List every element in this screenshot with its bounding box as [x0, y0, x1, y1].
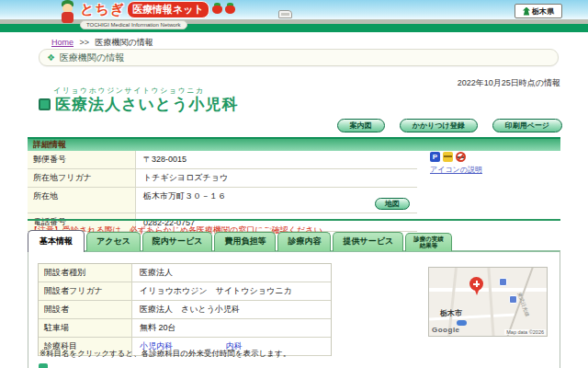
map-thumbnail[interactable]: 東武日光線 栃木市 Google Map data ©2026: [428, 267, 548, 337]
print-page-button[interactable]: 印刷用ページ: [492, 119, 562, 132]
route-shield-icon: [509, 295, 517, 304]
tab-costs[interactable]: 費用負担等: [214, 232, 276, 251]
site-subtitle: TOCHIGI Medical Information Network: [80, 20, 187, 29]
tab-results-line2: 結果等: [413, 242, 444, 248]
guide-map-button[interactable]: 案内図: [337, 119, 385, 132]
footnote: ※科目名をクリックすると、各診療科目の外来受付時間を表示します。: [40, 349, 290, 360]
table-row: 開設者フリガナ イリョウホウジン サイトウショウニカ: [39, 282, 331, 301]
breadcrumb-separator: >>: [80, 38, 90, 47]
table-row: 駐車場 無料 20台: [39, 319, 331, 338]
map-copyright: Map data ©2026: [504, 329, 546, 335]
site-banner: とちぎ 医療情報ネット TOCHIGI Medical Information …: [0, 0, 588, 32]
section-heading-label: 医療機関の情報: [60, 52, 124, 64]
map-city-label: 栃木市: [440, 308, 462, 318]
row-label: 所在地フリガナ: [28, 169, 136, 187]
tab-basic-info[interactable]: 基本情報: [28, 230, 85, 252]
table-row: 開設者種別 医療法人: [39, 264, 331, 282]
clinic-map-marker: [469, 277, 483, 291]
divider: [28, 219, 560, 221]
table-row: 所在地フリガナ トチギシヨロズチョウ: [28, 169, 417, 188]
info-date: 2022年10月25日時点の情報: [458, 77, 560, 89]
credit-card-icon: [443, 152, 453, 162]
pref-leaf-icon: [523, 7, 530, 16]
ambulance-icon: [278, 10, 292, 18]
diamond-icon: ❖: [47, 52, 55, 63]
map-button[interactable]: 地図: [375, 198, 410, 210]
parking-icon: P: [430, 152, 440, 162]
icon-legend-link[interactable]: アイコンの説明: [430, 165, 482, 175]
row-value: 医療法人 さいとう小児科: [132, 301, 331, 318]
site-logo[interactable]: とちぎ 医療情報ネット TOCHIGI Medical Information …: [59, 0, 235, 29]
facility-icons: P: [430, 152, 466, 162]
google-logo: Google: [432, 326, 460, 334]
row-label: 郵便番号: [28, 151, 136, 168]
mascot-icon: [59, 0, 77, 26]
breadcrumb-home-link[interactable]: Home: [51, 38, 74, 47]
breadcrumb-current: 医療機関の情報: [96, 38, 153, 47]
no-smoking-icon: [456, 152, 466, 162]
family-doctor-registration-button[interactable]: かかりつけ登録: [400, 119, 478, 132]
basic-info-table: 開設者種別 医療法人 開設者フリガナ イリョウホウジン サイトウショウニカ 開設…: [38, 263, 332, 356]
action-buttons: 案内図 かかりつけ登録 印刷用ページ: [337, 119, 562, 132]
table-row: 所在地 栃木市万町３０－１６ 地図: [28, 188, 417, 213]
tab-bar: 基本情報 アクセス 院内サービス 費用負担等 診療内容 提供サービス 診療の実績…: [28, 232, 452, 251]
row-value: トチギシヨロズチョウ: [136, 169, 417, 187]
table-row: 開設者 医療法人 さいとう小児科: [39, 301, 331, 319]
tab-treatment[interactable]: 診療内容: [277, 232, 331, 251]
row-label: 開設者: [39, 301, 132, 318]
details-header: 詳細情報: [28, 137, 560, 151]
row-label: 駐車場: [39, 319, 132, 337]
tab-results[interactable]: 診療の実績 結果等: [405, 233, 452, 251]
map-road: [487, 268, 494, 337]
breadcrumb: Home >> 医療機関の情報: [51, 37, 153, 49]
section-heading: ❖ 医療機関の情報: [39, 49, 559, 66]
pref-logo-label: 栃木県: [532, 6, 554, 17]
row-value: 〒328-0015: [136, 151, 417, 168]
page: とちぎ 医療情報ネット TOCHIGI Medical Information …: [0, 0, 588, 368]
clinic-name: 医療法人さいとう小児科: [55, 94, 239, 115]
basic-info-panel: 開設者種別 医療法人 開設者フリガナ イリョウホウジン サイトウショウニカ 開設…: [28, 250, 560, 368]
tab-provided-services[interactable]: 提供サービス: [333, 232, 403, 251]
row-label: 所在地: [28, 188, 136, 213]
row-value: 医療法人: [132, 264, 331, 282]
row-label: 開設者種別: [39, 264, 132, 282]
next-section-icon: [39, 363, 48, 368]
row-value: 栃木市万町３０－１６: [143, 190, 226, 202]
strawberry-icon: [225, 3, 235, 14]
tab-access[interactable]: アクセス: [86, 232, 141, 251]
site-title-part1: とちぎ: [80, 1, 125, 18]
row-value: 無料 20台: [132, 319, 331, 337]
row-value: イリョウホウジン サイトウショウニカ: [132, 282, 331, 300]
tochigi-pref-logo[interactable]: 栃木県: [514, 4, 562, 18]
table-row: 郵便番号 〒328-0015: [28, 151, 417, 169]
tab-results-line1: 診療の実績: [413, 236, 444, 242]
strawberry-icon: [212, 3, 222, 14]
site-title-part2: 医療情報ネット: [127, 1, 209, 18]
title-square-icon: [39, 98, 51, 110]
row-label: 開設者フリガナ: [39, 282, 132, 300]
route-shield-icon: [499, 278, 507, 286]
tab-hospital-services[interactable]: 院内サービス: [142, 232, 213, 251]
